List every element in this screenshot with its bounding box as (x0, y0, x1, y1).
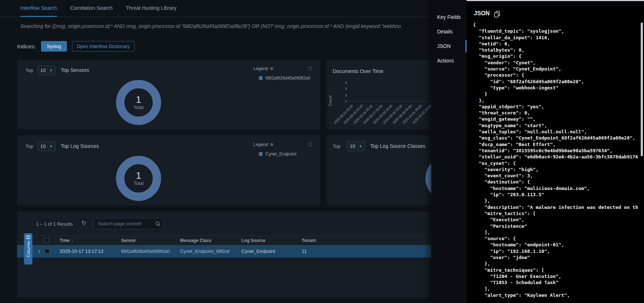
legend-settings-icon[interactable]: ⚙ (270, 142, 273, 147)
donut-segment[interactable] (116, 156, 161, 201)
row-checkbox[interactable] (45, 249, 49, 254)
copy-icon[interactable] (494, 11, 500, 19)
tab-threat-hunting-library[interactable]: Threat Hunting Library (126, 0, 176, 17)
refresh-icon[interactable]: ↻ (81, 219, 86, 226)
top-n-select[interactable]: 10 ▼ (37, 141, 56, 151)
indices-row: Indices: Syslog Open Interflow Dictionar… (17, 41, 135, 52)
results-panel: 1 – 1 of 1 Results ↻ Time ↓ Sensor Messa… (17, 211, 479, 298)
flyout-nav: Key Fields Details JSON Actions (431, 0, 467, 303)
legend-swatch (259, 152, 263, 156)
flyout-tab-details[interactable]: Details (431, 24, 467, 39)
page-content-search (94, 218, 164, 229)
cell-tenant: 11 (302, 249, 307, 254)
indices-label: Indices: (17, 43, 36, 49)
sort-desc-icon: ↓ (71, 238, 73, 243)
panel-title: Documents Over Time (333, 68, 383, 74)
y-tick: 0 (335, 100, 347, 103)
tab-correlation-search[interactable]: Correlation Search (70, 0, 113, 17)
x-axis-line (349, 101, 441, 102)
y-tick: 4 (335, 87, 347, 91)
chevron-down-icon: ▼ (359, 145, 362, 148)
top-n-label: Top (25, 144, 33, 149)
donut-segment[interactable] (116, 80, 161, 125)
index-syslog-button[interactable]: Syslog (41, 41, 67, 52)
select-all-checkbox[interactable] (44, 238, 49, 243)
search-input[interactable] (94, 218, 164, 229)
column-header-tenant[interactable]: Tenant (302, 238, 316, 243)
top-sensors-panel: Top 10 ▼ Top Sensors Legend ⚙ 68f2af626d… (17, 60, 320, 129)
flyout-tab-key-fields[interactable]: Key Fields (431, 10, 467, 24)
results-count: 1 – 1 of 1 Results (36, 221, 73, 227)
vertical-scrollbar-thumb[interactable] (641, 23, 643, 156)
flyout-tab-json[interactable]: JSON (431, 39, 467, 53)
column-header-message-class[interactable]: Message Class (180, 238, 211, 243)
record-detail-flyout: Key Fields Details JSON Actions JSON { "… (431, 0, 644, 303)
legend-item[interactable]: Cynet_Endpoint (259, 152, 296, 157)
open-interflow-dictionary-button[interactable]: Open Interflow Dictionary (72, 41, 135, 52)
legend-header: Legend ⚙ (253, 66, 273, 71)
top-n-select[interactable]: 10 ▼ (37, 65, 56, 75)
top-n-label: Top (333, 144, 340, 149)
json-section-title: JSON (474, 10, 490, 17)
top-n-label: Top (25, 68, 33, 73)
top-scrollbar[interactable] (467, 0, 644, 1)
table-row[interactable]: › 2025-10-17 13:17:12 68f2af626d45a069f2… (17, 245, 479, 258)
panel-options-icon[interactable] (308, 66, 312, 70)
legend-item[interactable]: 68f2af626d45a069f2a0 (259, 76, 310, 81)
y-axis-label: Count (328, 81, 332, 106)
panel-options-icon[interactable] (308, 142, 312, 146)
results-table-header: Time ↓ Sensor Message Class Log Source T… (17, 235, 479, 245)
top-sensors-donut-chart: 1 Total (116, 80, 161, 125)
y-tick: 2 (335, 93, 347, 97)
column-header-sensor[interactable]: Sensor (121, 238, 136, 243)
json-content: { "fluentd_topic": "syslogjson", "stella… (473, 22, 640, 303)
panel-title: Top Log Source Classes (370, 143, 425, 149)
table-columns-icon (26, 235, 30, 239)
y-tick: 6 (335, 81, 347, 85)
chevron-down-icon: ▼ (49, 69, 53, 72)
tab-interflow-search[interactable]: Interflow Search (20, 0, 57, 17)
panel-title: Top Sensors (61, 67, 89, 73)
column-header-time[interactable]: Time ↓ (60, 238, 73, 243)
search-icon (155, 221, 160, 226)
cell-sensor: 68f2af626d45a069f2a0 (121, 249, 176, 254)
column-header-log-source[interactable]: Log Source (241, 238, 265, 243)
chevron-down-icon: ▼ (49, 145, 53, 148)
top-log-sources-panel: Top 10 ▼ Top Log Sources Legend ⚙ Cynet_… (17, 136, 320, 205)
json-view: JSON { "fluentd_topic": "syslogjson", "s… (467, 0, 644, 303)
legend-swatch (259, 76, 263, 80)
cell-log-source: Cynet_Endpoint (241, 249, 275, 254)
legend-header: Legend ⚙ (253, 142, 273, 147)
top-n-select[interactable]: 10 ▼ (347, 141, 365, 151)
cell-time: 2025-10-17 13:17:12 (60, 249, 104, 254)
legend-settings-icon[interactable]: ⚙ (270, 66, 273, 71)
columns-button[interactable]: Columns (24, 233, 32, 264)
row-expand-icon[interactable]: › (38, 247, 40, 255)
panel-title: Top Log Sources (61, 143, 99, 149)
cell-message-class: Cynet_Endpoint_68f2af (180, 249, 237, 254)
flyout-tab-actions[interactable]: Actions (431, 53, 467, 68)
top-log-sources-donut-chart: 1 Total (116, 156, 161, 201)
